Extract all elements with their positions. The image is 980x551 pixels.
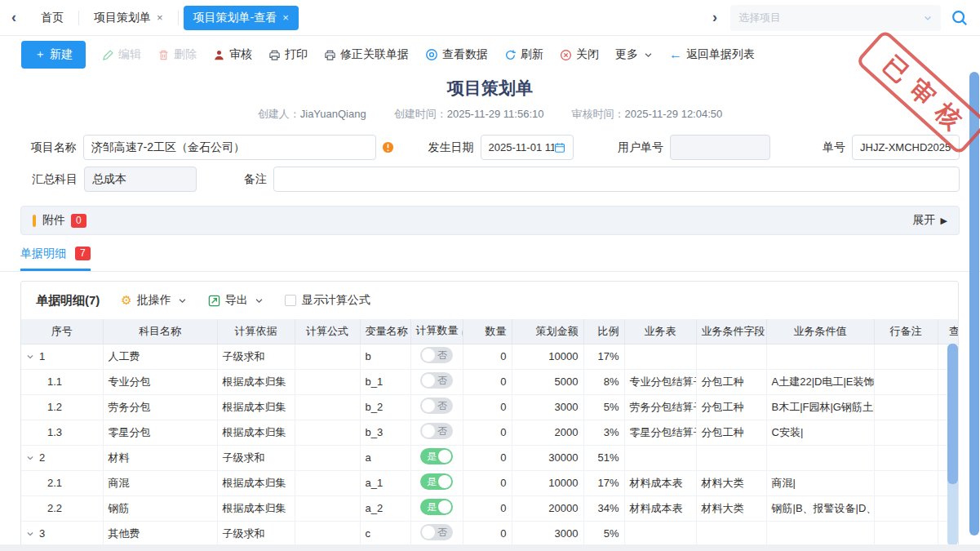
cell-amount: 3000: [512, 394, 583, 420]
cell-qty: 0: [463, 445, 512, 470]
remark-input[interactable]: [273, 167, 960, 192]
tree-collapse-icon[interactable]: [26, 353, 34, 361]
action-toolbar: ＋ 新建 编辑 删除 审核 打印 修正关联单据 查看数据 刷新: [0, 36, 980, 73]
cell-row-number: 1.3: [21, 420, 103, 445]
cell-var: c: [360, 521, 410, 546]
tab-project-plan-view[interactable]: 项目策划单-查看 ×: [184, 6, 299, 30]
document-form: 项目名称 济邹高速7-2工区（金石公司） 发生日期 2025-11-01 11:…: [0, 135, 980, 192]
tabs-scroll-left-icon[interactable]: ‹: [11, 9, 16, 26]
cell-var: a_2: [360, 495, 410, 521]
cell-calc_qty: 否: [410, 394, 463, 420]
calendar-icon[interactable]: [554, 142, 565, 153]
new-button[interactable]: ＋ 新建: [21, 41, 86, 69]
user-number-input[interactable]: [670, 135, 770, 160]
view-data-button[interactable]: 查看数据: [425, 47, 488, 62]
toggle-off[interactable]: 否: [420, 347, 453, 363]
cell-amount: 10000: [512, 344, 583, 369]
info-icon[interactable]: [382, 141, 394, 153]
issue-date-input[interactable]: 2025-11-01 11:47:: [481, 135, 574, 160]
tree-collapse-icon[interactable]: [26, 454, 34, 462]
cell-biz_value: A土建22|D电工|E装饰|: [766, 369, 874, 394]
cell-basis: 子级求和: [217, 344, 295, 369]
tab-detail-lines[interactable]: 单据明细 7: [20, 247, 91, 271]
tabs-scroll-right-icon[interactable]: ›: [712, 9, 717, 26]
table-row[interactable]: 1.1专业分包根据成本归集b_1否050008%专业分包结算子分包工种A土建22…: [21, 369, 959, 394]
triangle-right-icon: ▶: [941, 216, 947, 226]
chevron-down-icon: [178, 296, 187, 305]
column-header: 计算公式: [295, 319, 360, 344]
cell-basis: 根据成本归集: [217, 470, 295, 495]
back-to-list-button[interactable]: ← 返回单据列表: [669, 47, 755, 62]
cell-biz_table: [624, 344, 696, 369]
toggle-off[interactable]: 否: [420, 423, 453, 439]
show-formula-checkbox[interactable]: 显示计算公式: [285, 293, 370, 308]
cell-ratio: 51%: [583, 445, 624, 470]
cell-row-number: 3: [21, 521, 103, 546]
chevron-down-icon: [255, 296, 264, 305]
table-row[interactable]: 1.2劳务分包根据成本归集b_2否030005%劳务分包结算子分包工种B木工|F…: [21, 394, 959, 420]
project-select[interactable]: 选择项目: [730, 5, 941, 31]
cell-ratio: 17%: [583, 344, 624, 369]
cell-biz_field: 分包工种: [696, 420, 766, 445]
summary-subject-input[interactable]: 总成本: [84, 167, 197, 192]
toggle-on[interactable]: 是: [420, 499, 453, 515]
cell-biz_field: [696, 445, 766, 470]
cell-subject: 商混: [103, 470, 217, 495]
expand-button[interactable]: 展开 ▶: [913, 213, 947, 228]
export-button[interactable]: 导出: [208, 293, 264, 308]
cell-var: b: [360, 344, 410, 369]
tree-collapse-icon[interactable]: [26, 530, 34, 538]
more-button[interactable]: 更多: [615, 47, 653, 62]
audit-button[interactable]: 审核: [213, 47, 252, 62]
cell-subject: 劳务分包: [103, 394, 217, 420]
tab-project-plan-list[interactable]: 项目策划单 ×: [84, 6, 173, 30]
doc-number-label: 单号: [823, 140, 845, 155]
cell-formula: [295, 445, 360, 470]
cell-ratio: 8%: [583, 369, 624, 394]
remark-label: 备注: [244, 172, 267, 187]
project-name-input[interactable]: 济邹高速7-2工区（金石公司）: [83, 135, 376, 160]
tab-close-icon[interactable]: ×: [157, 11, 163, 24]
table-row[interactable]: 1.3零星分包根据成本归集b_3否020003%零星分包结算子分包工种C安装|是: [21, 420, 959, 445]
fix-linked-docs-button[interactable]: 修正关联单据: [324, 47, 409, 62]
toggle-off[interactable]: 否: [420, 372, 453, 389]
tab-home[interactable]: 首页: [31, 6, 73, 30]
cell-biz_value: 商混|: [766, 470, 874, 495]
horizontal-scrollbar[interactable]: [0, 544, 980, 551]
table-row[interactable]: 2材料子级求和a是03000051%是: [21, 445, 959, 470]
attachment-panel-header[interactable]: 附件 0 展开 ▶: [20, 206, 960, 235]
table-row[interactable]: 2.1商混根据成本归集a_1是01000017%材料成本表材料大类商混|是: [21, 470, 959, 495]
batch-actions-button[interactable]: ⚙ 批操作: [121, 293, 186, 308]
table-row[interactable]: 2.2钢筋根据成本归集a_2是02000034%材料成本表材料大类钢筋|B、报警…: [21, 495, 959, 521]
cell-amount: 30000: [512, 445, 583, 470]
cell-biz_value: B木工|F园林|G钢筋土|: [766, 394, 874, 420]
toggle-on[interactable]: 是: [420, 448, 453, 464]
toggle-off[interactable]: 否: [420, 398, 453, 414]
scrollbar-thumb[interactable]: [947, 344, 958, 484]
cell-biz_table: 劳务分包结算子: [624, 394, 696, 420]
new-button-label: 新建: [50, 47, 73, 62]
edit-button[interactable]: 编辑: [102, 47, 141, 62]
column-header: 序号: [21, 319, 103, 344]
cell-biz_value: 钢筋|B、报警设备|D、: [766, 495, 874, 521]
toggle-off[interactable]: 否: [420, 524, 453, 540]
table-title: 单据明细(7): [36, 293, 100, 309]
cell-calc_qty: 是: [410, 470, 463, 495]
table-row[interactable]: 1人工费子级求和b否01000017%是: [21, 344, 959, 369]
refresh-button[interactable]: 刷新: [504, 47, 543, 62]
checkbox-icon[interactable]: [285, 295, 296, 306]
search-icon[interactable]: [951, 9, 969, 27]
print-button[interactable]: 打印: [268, 47, 308, 62]
table-row[interactable]: 3其他费子级求和c否030005%是: [21, 521, 959, 546]
cell-calc_qty: 否: [410, 369, 463, 394]
cell-formula: [295, 470, 360, 495]
delete-button[interactable]: 删除: [157, 47, 197, 62]
tab-close-icon[interactable]: ×: [282, 11, 289, 24]
created-time-label: 创建时间：: [394, 108, 447, 120]
cell-biz_value: [766, 521, 874, 546]
close-button[interactable]: 关闭: [560, 47, 599, 62]
table-vertical-scrollbar[interactable]: [947, 344, 958, 546]
cell-biz_field: [696, 521, 766, 546]
toggle-on[interactable]: 是: [420, 473, 453, 490]
cell-basis: 子级求和: [217, 521, 295, 546]
